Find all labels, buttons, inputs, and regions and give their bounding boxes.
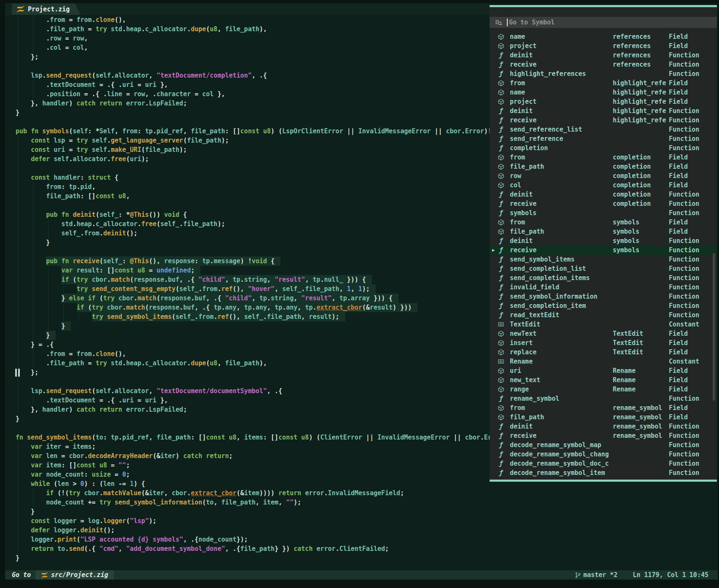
symbol-row[interactable]: ƒdecode_rename_symbol_changFunction [490, 450, 717, 459]
symbol-row[interactable]: ƒsend_symbol_informationFunction [490, 292, 717, 301]
code-line[interactable]: .row = row, [16, 34, 88, 43]
symbol-row[interactable]: fromcompletionField [490, 153, 717, 162]
code-line[interactable]: lsp.send_request(self.allocator, "textDo… [16, 386, 282, 396]
code-line[interactable]: }, handler) catch return error.LspFailed… [16, 405, 187, 414]
code-line[interactable]: pub fn symbols(self: *Self, from: tp.pid… [16, 127, 492, 136]
code-line[interactable]: } [16, 553, 19, 563]
symbol-row[interactable]: ƒdeinitcompletionFunction [490, 190, 717, 199]
symbol-row[interactable]: ƒsend_symbol_itemsFunction [490, 255, 717, 264]
code-line[interactable]: return to.send(.{ "cmd", "add_document_s… [16, 544, 389, 553]
code-line[interactable]: pub fn receive(self_: @This(), response:… [16, 256, 280, 266]
symbol-row[interactable]: ƒinvalid_fieldFunction [490, 283, 717, 292]
code-line[interactable]: if (try cbor.match(response.buf, .{ "chi… [16, 275, 372, 284]
code-line[interactable]: .file_path = try std.heap.c_allocator.du… [16, 359, 267, 368]
code-line[interactable]: lsp.send_request(self.allocator, "textDo… [16, 71, 267, 80]
code-line[interactable]: .from = from.clone(), [16, 349, 126, 359]
symbol-row[interactable]: ▶ƒreceivesymbolsFunction [490, 245, 717, 255]
code-line[interactable]: var item: []const u8 = ""; [16, 461, 130, 470]
symbol-row[interactable]: file_pathrename_symbolField [490, 413, 717, 422]
code-line[interactable]: } [16, 414, 19, 423]
code-line[interactable]: fn send_symbol_items(to: tp.pid_ref, fil… [16, 433, 492, 442]
symbol-row[interactable]: file_pathsymbolsField [490, 227, 717, 236]
git-branch[interactable]: master *2 [575, 570, 617, 580]
symbol-row[interactable]: ƒdeinitsymbolsFunction [490, 236, 717, 245]
symbol-row[interactable]: projecthighlight_refeField [490, 97, 717, 106]
code-line[interactable]: var len = cbor.decodeArrayHeader(&iter) … [16, 451, 233, 461]
symbol-row[interactable]: namehighlight_refeField [490, 88, 717, 97]
code-line[interactable]: } [16, 321, 71, 331]
symbol-row[interactable]: ƒsend_completion_listFunction [490, 264, 717, 273]
symbol-row[interactable]: ƒsymbolsFunction [490, 208, 717, 218]
symbol-row[interactable]: RenameConstant [490, 357, 717, 366]
symbol-search[interactable] [490, 17, 717, 28]
symbol-row[interactable]: ƒsend_referenceFunction [490, 134, 717, 143]
symbol-row[interactable]: rowcompletionField [490, 171, 717, 181]
symbol-row[interactable]: TextEditConstant [490, 320, 717, 329]
symbol-row[interactable]: ƒdeinitrename_symbolFunction [490, 422, 717, 431]
code-line[interactable]: try send_symbol_items(self_.from.ref(), … [16, 312, 345, 321]
code-line[interactable]: }, handler) catch return error.LspFailed… [16, 99, 187, 108]
code-line[interactable]: } [16, 238, 50, 247]
symbol-row[interactable]: rangeRenameField [490, 385, 717, 394]
code-line[interactable]: if (try cbor.match(response.buf, .{ tp.a… [16, 303, 417, 312]
code-line[interactable]: .textDocument = .{ .uri = uri }, [16, 396, 168, 405]
symbol-row[interactable]: file_pathcompletionField [490, 162, 717, 171]
code-line[interactable]: .position = .{ .line = row, .character =… [16, 89, 225, 99]
symbol-row[interactable]: namereferencesField [490, 32, 717, 41]
code-line[interactable]: .col = col, [16, 43, 88, 52]
symbol-row[interactable]: ƒreceivehighlight_refeFunction [490, 116, 717, 125]
symbol-row[interactable]: projectreferencesField [490, 41, 717, 51]
code-line[interactable]: } [16, 331, 56, 340]
symbol-row[interactable]: ƒreceivereferencesFunction [490, 60, 717, 69]
code-line[interactable]: self_.from.deinit(); [16, 229, 137, 238]
code-line[interactable]: pub fn deinit(self_: *@This()) void { [16, 210, 187, 219]
symbol-row[interactable]: ƒreceivecompletionFunction [490, 199, 717, 208]
code-line[interactable]: const lsp = try self.get_language_server… [16, 136, 229, 145]
symbol-row[interactable]: newTextTextEditField [490, 329, 717, 338]
code-line[interactable]: node_count += try send_symbol_informatio… [16, 498, 301, 507]
code-line[interactable]: defer logger.deinit(); [16, 526, 115, 535]
code-line[interactable]: file_path: []const u8, [16, 192, 130, 201]
code-line[interactable]: logger.print("LSP accounted {d} symbols"… [16, 535, 248, 544]
symbol-row[interactable]: uriRenameField [490, 366, 717, 375]
code-line[interactable]: } else if (try cbor.match(response.buf, … [16, 294, 399, 303]
code-line[interactable]: }; [16, 52, 38, 62]
code-line[interactable]: var node_count: usize = 0; [16, 470, 130, 479]
symbol-row[interactable]: replaceTextEditField [490, 348, 717, 357]
code-line[interactable]: } = .{ [16, 340, 54, 349]
symbol-row[interactable]: ƒdecode_rename_symbol_mapFunction [490, 440, 717, 450]
symbol-row[interactable]: fromrename_symbolField [490, 403, 717, 413]
symbol-row[interactable]: ƒdecode_rename_symbol_itemFunction [490, 468, 717, 477]
code-line[interactable]: while (len > 0) : (len -= 1) { [16, 479, 145, 488]
symbol-row[interactable]: ƒsend_reference_listFunction [490, 125, 717, 134]
symbol-row[interactable]: fromhighlight_refeField [490, 78, 717, 88]
panel-scrollbar[interactable] [713, 253, 715, 401]
symbol-row[interactable]: ƒdeinithighlight_refeFunction [490, 106, 717, 116]
code-line[interactable]: const handler: struct { [16, 173, 118, 182]
code-line[interactable]: var result: []const u8 = undefined; [16, 266, 200, 275]
symbol-row[interactable]: ƒsend_completion_itemFunction [490, 301, 717, 310]
symbol-row[interactable]: colcompletionField [490, 181, 717, 190]
code-line[interactable]: std.heap.c_allocator.free(self_.file_pat… [16, 219, 225, 229]
symbol-row[interactable]: ƒsend_completion_itemsFunction [490, 273, 717, 283]
symbol-row[interactable]: ƒdeinitreferencesFunction [490, 51, 717, 60]
code-line[interactable]: defer self.allocator.free(uri); [16, 154, 149, 164]
code-line[interactable]: if (!(try cbor.matchValue(&iter, cbor.ex… [16, 488, 404, 498]
code-line[interactable]: const uri = try self.make_URI(file_path)… [16, 145, 187, 154]
code-line[interactable]: } [16, 507, 35, 516]
code-line[interactable]: from: tp.pid, [16, 182, 96, 192]
code-line[interactable]: } [16, 108, 19, 117]
symbol-row[interactable]: ƒcompletionFunction [490, 143, 717, 153]
symbol-row[interactable]: ƒdecode_rename_symbol_doc_cFunction [490, 459, 717, 468]
code-line[interactable]: .from = from.clone(), [16, 15, 126, 24]
symbol-row[interactable]: ƒreceiverename_symbolFunction [490, 431, 717, 440]
code-line[interactable]: .file_path = try std.heap.c_allocator.du… [16, 24, 267, 34]
symbol-row[interactable]: ƒhighlight_referencesFunction [490, 69, 717, 78]
symbol-row[interactable]: fromsymbolsField [490, 218, 717, 227]
file-info[interactable]: src/Project.zig [35, 570, 114, 580]
symbol-search-input[interactable] [509, 17, 703, 28]
symbol-row[interactable]: insertTextEditField [490, 338, 717, 348]
symbol-row[interactable]: ƒread_textEditFunction [490, 310, 717, 320]
symbol-row[interactable]: ƒrename_symbolFunction [490, 394, 717, 403]
symbol-row[interactable]: new_textRenameField [490, 375, 717, 385]
